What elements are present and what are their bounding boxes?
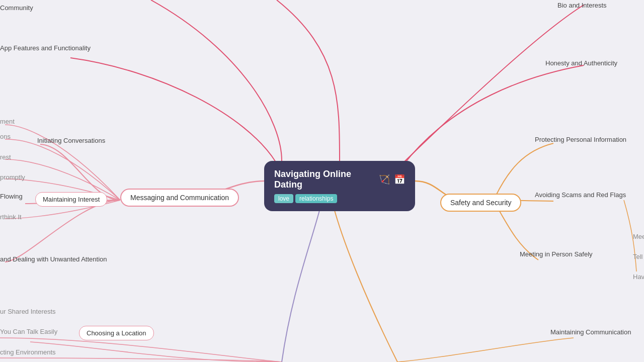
tell-node: Tell — [633, 253, 643, 260]
messaging-label: Messaging and Communication — [130, 194, 229, 202]
community-label: Community — [0, 4, 33, 12]
meeting-safely-node[interactable]: Meeting in Person Safely — [520, 250, 593, 258]
mind-map: Navigating Online Dating 🏹 📅 love relati… — [0, 0, 644, 362]
center-title-text: Navigating Online Dating — [274, 169, 375, 190]
bio-interests-node[interactable]: Bio and Interests — [557, 2, 607, 9]
shared-interests-node: ur Shared Interests — [0, 308, 56, 315]
mee-node: Mee — [633, 233, 644, 240]
meeting-environments-node: cting Environments — [0, 348, 56, 356]
tag-row: love relationships — [274, 194, 405, 203]
center-node-title: Navigating Online Dating 🏹 📅 — [274, 169, 405, 190]
choosing-location-label: Choosing a Location — [87, 329, 146, 337]
avoiding-scams-node[interactable]: Avoiding Scams and Red Flags — [535, 191, 626, 199]
rthink-label: rthink It — [0, 213, 22, 221]
initiating-node[interactable]: Initiating Conversations — [37, 137, 105, 144]
hav-label: Hav — [633, 273, 644, 281]
honesty-label: Honesty and Authenticity — [545, 59, 617, 67]
shared-interests-label: ur Shared Interests — [0, 308, 56, 315]
talk-easily-node: You Can Talk Easily — [0, 328, 57, 335]
initiating-label: Initiating Conversations — [37, 137, 105, 144]
promptly-label: promptly — [0, 173, 25, 181]
center-node[interactable]: Navigating Online Dating 🏹 📅 love relati… — [264, 161, 415, 211]
rthink-node: rthink It — [0, 213, 22, 221]
flowing-label: Flowing — [0, 193, 23, 200]
bio-interests-label: Bio and Interests — [557, 2, 607, 9]
safety-branch-node[interactable]: Safety and Security — [440, 194, 521, 212]
tag-relationships[interactable]: relationships — [295, 194, 337, 203]
protecting-label: Protecting Personal Information — [535, 136, 626, 143]
community-node[interactable]: Community — [0, 4, 33, 12]
maintaining-interest-node[interactable]: Maintaining Interest — [35, 192, 107, 207]
maintaining-interest-label: Maintaining Interest — [43, 196, 100, 203]
hav-node: Hav — [633, 273, 644, 281]
arrow-icon: 🏹 — [379, 174, 390, 185]
mee-label: Mee — [633, 233, 644, 240]
ons-label: ons — [0, 133, 11, 140]
ment-node: ment — [0, 118, 15, 125]
unwanted-attention-label: and Dealing with Unwanted Attention — [0, 255, 107, 263]
tag-love[interactable]: love — [274, 194, 293, 203]
unwanted-attention-node[interactable]: and Dealing with Unwanted Attention — [0, 255, 107, 263]
honesty-node[interactable]: Honesty and Authenticity — [545, 59, 617, 67]
tell-label: Tell — [633, 253, 643, 260]
promptly-node: promptly — [0, 173, 25, 181]
protecting-node[interactable]: Protecting Personal Information — [535, 136, 626, 143]
ons-node: ons — [0, 133, 11, 140]
avoiding-scams-label: Avoiding Scams and Red Flags — [535, 191, 626, 199]
maintaining-comm-label: Maintaining Communication — [550, 328, 631, 336]
rest-label: rest — [0, 153, 11, 161]
rest-node: rest — [0, 153, 11, 161]
app-features-node[interactable]: App Features and Functionality — [0, 44, 91, 52]
calendar-icon: 📅 — [394, 174, 405, 185]
maintaining-comm-node[interactable]: Maintaining Communication — [550, 328, 631, 336]
messaging-branch-node[interactable]: Messaging and Communication — [120, 189, 239, 207]
talk-easily-label: You Can Talk Easily — [0, 328, 57, 335]
safety-label: Safety and Security — [450, 199, 511, 207]
flowing-node[interactable]: Flowing — [0, 193, 23, 200]
meeting-environments-label: cting Environments — [0, 348, 56, 356]
app-features-label: App Features and Functionality — [0, 44, 91, 52]
meeting-safely-label: Meeting in Person Safely — [520, 250, 593, 258]
ment-label: ment — [0, 118, 15, 125]
choosing-location-node[interactable]: Choosing a Location — [79, 326, 154, 340]
